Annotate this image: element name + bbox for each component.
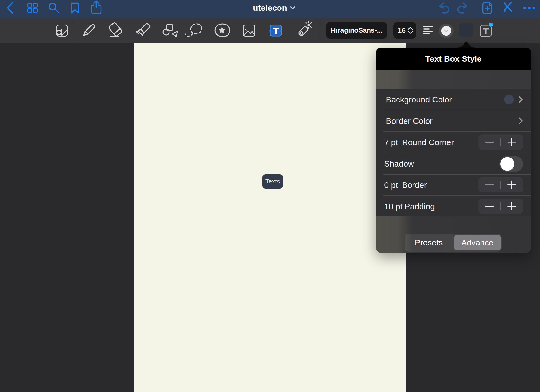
svg-text:utelecon: utelecon xyxy=(253,3,287,12)
